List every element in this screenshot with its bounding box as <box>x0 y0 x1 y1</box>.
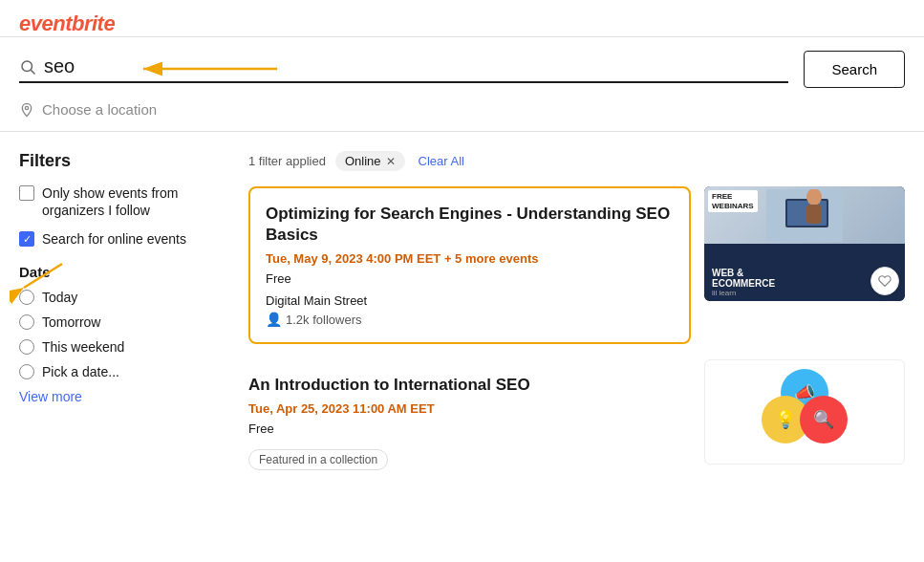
radio-pick-date[interactable]: Pick a date... <box>19 364 210 379</box>
heart-icon-1 <box>878 274 892 288</box>
event-card-2[interactable]: An Introduction to International SEO Tue… <box>248 359 691 486</box>
free-webinars-badge: FREEWEBINARS <box>708 190 758 212</box>
filters-title: Filters <box>19 151 210 171</box>
filter-applied-text: 1 filter applied <box>248 154 326 168</box>
sidebar-filters: Filters Only show events from organizers… <box>19 151 229 486</box>
radio-pickdate-label: Pick a date... <box>42 364 119 379</box>
events-list: Optimizing for Search Engines - Understa… <box>248 186 905 486</box>
event-title-1: Optimizing for Search Engines - Understa… <box>266 204 674 246</box>
radio-tomorrow[interactable]: Tomorrow <box>19 314 210 330</box>
radio-today[interactable]: Today <box>19 290 210 305</box>
woman-illustration <box>766 189 843 242</box>
svg-point-0 <box>22 61 32 72</box>
event-image-wrap-2: 📣 💡 🔍 <box>704 359 905 465</box>
radio-today-circle[interactable] <box>19 290 34 305</box>
checkbox-follow-box[interactable] <box>19 185 34 201</box>
web-ecom-label: WEB &ECOMMERCE <box>712 268 897 289</box>
event-card-1[interactable]: Optimizing for Search Engines - Understa… <box>248 186 691 344</box>
search-icon <box>19 58 36 76</box>
radio-tomorrow-label: Tomorrow <box>42 314 100 330</box>
circles-graphic: 📣 💡 🔍 <box>762 369 848 455</box>
checkbox-follow-organizers[interactable]: Only show events from organizers I follo… <box>19 184 210 219</box>
events-content: 1 filter applied Online ✕ Clear All Opti… <box>229 151 905 486</box>
checkbox-follow-label: Only show events from organizers I follo… <box>42 184 210 219</box>
svg-line-1 <box>31 70 34 74</box>
radio-tomorrow-circle[interactable] <box>19 314 34 330</box>
checkbox-online-label: Search for online events <box>42 230 186 248</box>
event-followers-1: 👤 1.2k followers <box>266 312 674 327</box>
logo[interactable]: eventbrite <box>19 11 905 36</box>
event-price-1: Free <box>266 271 674 286</box>
table-row: Optimizing for Search Engines - Understa… <box>248 186 905 344</box>
checkbox-online-box[interactable] <box>19 231 34 247</box>
event-image-2: 📣 💡 🔍 <box>704 359 905 465</box>
featured-badge: Featured in a collection <box>248 449 388 470</box>
event-price-2: Free <box>248 422 676 436</box>
radio-weekend-circle[interactable] <box>19 339 34 355</box>
event-date-1: Tue, May 9, 2023 4:00 PM EET + 5 more ev… <box>266 251 674 266</box>
svg-point-4 <box>25 106 28 109</box>
online-chip-label: Online <box>345 154 381 168</box>
event-title-2: An Introduction to International SEO <box>248 375 676 396</box>
radio-pickdate-circle[interactable] <box>19 364 34 379</box>
location-placeholder[interactable]: Choose a location <box>42 101 157 118</box>
clear-all-button[interactable]: Clear All <box>419 154 464 168</box>
date-section: Date Today Tomorrow This weekend Pick a … <box>19 264 210 404</box>
lil-learn-label: lil learn <box>712 289 897 297</box>
circle-red: 🔍 <box>800 396 848 443</box>
followers-count-1: 1.2k followers <box>286 313 361 327</box>
table-row: An Introduction to International SEO Tue… <box>248 359 905 486</box>
heart-button-1[interactable] <box>870 267 899 295</box>
filter-bar: 1 filter applied Online ✕ Clear All <box>248 151 905 171</box>
search-input[interactable] <box>44 55 159 77</box>
radio-weekend[interactable]: This weekend <box>19 339 210 355</box>
online-filter-chip[interactable]: Online ✕ <box>335 151 405 171</box>
svg-rect-11 <box>806 205 822 224</box>
event-organizer-1: Digital Main Street <box>266 293 674 308</box>
search-button[interactable]: Search <box>804 51 905 88</box>
online-chip-remove[interactable]: ✕ <box>386 155 396 168</box>
radio-weekend-label: This weekend <box>42 339 124 355</box>
view-more-dates[interactable]: View more <box>19 389 210 404</box>
event-image-wrap-1: FREEWEBINARS <box>704 186 905 301</box>
location-icon <box>19 102 34 118</box>
checkbox-online-events[interactable]: Search for online events <box>19 230 210 248</box>
radio-today-label: Today <box>42 290 77 305</box>
event-date-2: Tue, Apr 25, 2023 11:00 AM EET <box>248 401 676 416</box>
followers-icon-1: 👤 <box>266 312 282 327</box>
date-section-title: Date <box>19 264 210 280</box>
